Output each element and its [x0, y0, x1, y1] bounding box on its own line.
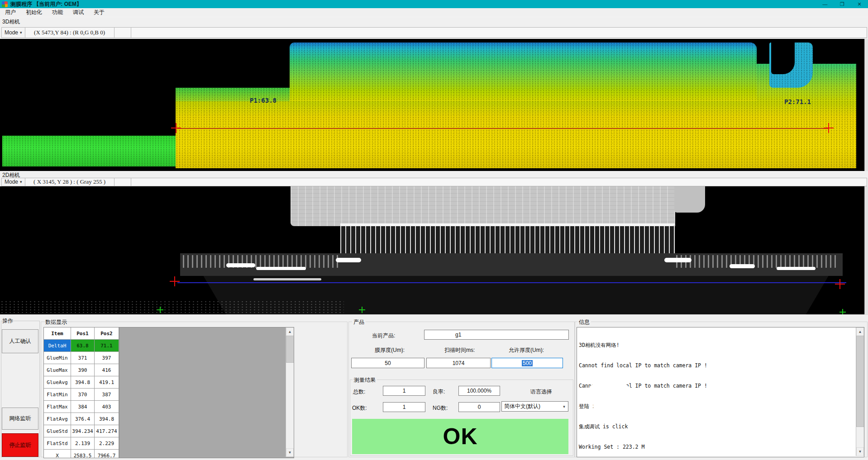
glue-blob — [664, 258, 692, 262]
glue-blob — [226, 263, 255, 267]
camera3d-mode-bar: Mode ▾ (X 5473,Y 84) : (R 0,G 0,B 0) — [0, 26, 868, 39]
glue-blob — [730, 264, 755, 268]
total-field[interactable]: 1 — [383, 386, 425, 396]
noise-overlay — [2, 136, 176, 166]
camera2d-mode-button[interactable]: Mode ▾ — [1, 178, 25, 186]
product-title: 产品 — [352, 318, 366, 326]
table-row[interactable]: GlueStd 394.234 417.274 — [44, 425, 119, 437]
menu-function[interactable]: 功能 — [47, 8, 68, 17]
camera2d-status-cell — [114, 178, 131, 186]
table-scroll-thumb[interactable] — [286, 336, 294, 363]
redaction-blob — [594, 408, 653, 421]
results-title: 测量结果 — [353, 376, 377, 384]
table-row[interactable]: DeltaH 63.8 71.1 — [44, 340, 119, 352]
camera2d-pixel-status: ( X 3145, Y 28 ) : ( Gray 255 ) — [25, 178, 114, 186]
crosshair-red-right — [824, 123, 834, 133]
result-status-banner: OK — [352, 419, 568, 454]
scan-time-label: 扫描时间ms: — [444, 346, 475, 354]
log-scrollbar[interactable]: ▲ ▼ — [856, 327, 864, 456]
minimize-button[interactable]: — — [816, 0, 834, 8]
chevron-down-icon: ▾ — [560, 404, 568, 409]
p2-measurement-label: P2:71.1 — [784, 98, 811, 105]
current-product-field[interactable]: g1 — [424, 330, 569, 340]
info-log[interactable]: 3D相机没有网络! Cannot find local IP to match … — [577, 327, 864, 457]
crosshair-green — [839, 309, 846, 314]
title-bar: 测膜程序 【当前用户: OEM】 — ❐ ✕ — [0, 0, 868, 8]
menu-bar: 用户 初始化 功能 调试 关于 — [0, 8, 868, 17]
crosshair-red-left — [170, 276, 180, 286]
table-row[interactable]: GlueMax 390 416 — [44, 364, 119, 376]
allow-thickness-label: 允许厚度(Um): — [509, 346, 544, 354]
reflection-streak — [253, 278, 321, 280]
menu-user[interactable]: 用户 — [0, 8, 21, 17]
ok-count-label: OK数: — [352, 404, 367, 412]
menu-about[interactable]: 关于 — [89, 8, 110, 17]
carrier-ruler-left — [183, 255, 340, 268]
info-title: 信息 — [577, 318, 591, 326]
table-header-row: Item Pos1 Pos2 — [44, 327, 119, 340]
maximize-button[interactable]: ❐ — [834, 0, 851, 8]
current-product-label: 当前产品: — [372, 332, 395, 340]
scroll-up-icon[interactable]: ▲ — [856, 327, 864, 336]
data-grid: Item Pos1 Pos2 DeltaH 63.8 71.1 GlueMin … — [43, 327, 294, 458]
camera2d-status-fill — [131, 178, 867, 186]
camera3d-status-fill — [131, 27, 867, 38]
menu-initialize[interactable]: 初始化 — [21, 8, 47, 17]
measurement-line-blue — [177, 282, 846, 283]
log-scroll-thumb[interactable] — [856, 336, 864, 427]
camera3d-mode-button[interactable]: Mode ▾ — [1, 27, 25, 38]
window-title: 测膜程序 【当前用户: OEM】 — [10, 0, 82, 8]
col-pos1: Pos1 — [71, 327, 95, 340]
profile-line — [177, 128, 828, 129]
language-label: 语言选择 — [530, 388, 552, 396]
film-thickness-field[interactable]: 50 — [351, 358, 424, 368]
chevron-down-icon: ▾ — [20, 30, 22, 35]
table-row[interactable]: X 2583.5 7966.7 — [44, 450, 119, 458]
noise-overlay — [0, 300, 344, 314]
glue-blob — [336, 258, 361, 262]
app-icon — [2, 1, 8, 7]
manual-confirm-button[interactable]: 人工确认 — [2, 329, 38, 353]
camera2d-view[interactable] — [0, 186, 864, 314]
close-button[interactable]: ✕ — [851, 0, 868, 8]
camera2d-scrollbar[interactable] — [864, 186, 868, 314]
ng-count-label: NG数: — [433, 404, 448, 412]
table-row[interactable]: GlueAvg 394.8 419.1 — [44, 376, 119, 389]
ok-count-field[interactable]: 1 — [383, 402, 425, 412]
table-scrollbar[interactable]: ▲ ▼ — [286, 327, 294, 457]
camera2d-mode-bar: Mode ▾ ( X 3145, Y 28 ) : ( Gray 255 ) — [0, 177, 868, 186]
camera3d-view[interactable]: P1:63.8 P2:71.1 — [0, 39, 864, 171]
table-row[interactable]: FlatMax 384 403 — [44, 401, 119, 413]
scroll-down-icon[interactable]: ▼ — [286, 448, 294, 457]
ng-count-field[interactable]: 0 — [458, 402, 500, 412]
allow-thickness-field[interactable]: 500 — [491, 358, 563, 368]
crosshair-green — [157, 307, 163, 313]
yield-field[interactable]: 100.000% — [458, 386, 500, 396]
network-listen-button[interactable]: 网络监听 — [2, 408, 38, 430]
table-row[interactable]: GlueMin 371 397 — [44, 352, 119, 364]
redaction-blob — [648, 396, 838, 408]
camera3d-scrollbar[interactable] — [864, 39, 868, 171]
table-row[interactable]: FlatAvg 376.4 394.8 — [44, 413, 119, 425]
menu-debug[interactable]: 调试 — [68, 8, 89, 17]
language-select[interactable]: 简体中文(默认) ▾ — [501, 401, 568, 412]
data-table: Item Pos1 Pos2 DeltaH 63.8 71.1 GlueMin … — [44, 327, 119, 458]
chevron-down-icon: ▾ — [20, 180, 22, 184]
noise-overlay — [176, 43, 856, 168]
pcb-tab — [674, 186, 705, 213]
table-row[interactable]: FlatStd 2.139 2.229 — [44, 437, 119, 450]
scroll-down-icon[interactable]: ▼ — [856, 447, 864, 456]
scroll-up-icon[interactable]: ▲ — [286, 327, 294, 336]
camera3d-pixel-status: (X 5473,Y 84) : (R 0,G 0,B 0) — [25, 27, 114, 38]
scan-time-field[interactable]: 1074 — [426, 358, 491, 368]
camera3d-status-cell — [114, 27, 131, 38]
bottom-panel: 操作 人工确认 网络监听 停止监听 数据显示 Item Pos1 Pos2 De… — [0, 314, 868, 460]
film-thickness-label: 膜厚度(Um): — [375, 346, 405, 354]
stop-listen-button[interactable]: 停止监听 — [2, 433, 38, 457]
carrier-ruler-right — [676, 255, 839, 268]
crosshair-red-left — [171, 123, 181, 133]
col-pos2: Pos2 — [95, 327, 119, 340]
app-window: 测膜程序 【当前用户: OEM】 — ❐ ✕ 用户 初始化 功能 调试 关于 3… — [0, 0, 868, 460]
table-row[interactable]: FlatMin 370 387 — [44, 389, 119, 401]
pcb-region — [291, 186, 675, 226]
